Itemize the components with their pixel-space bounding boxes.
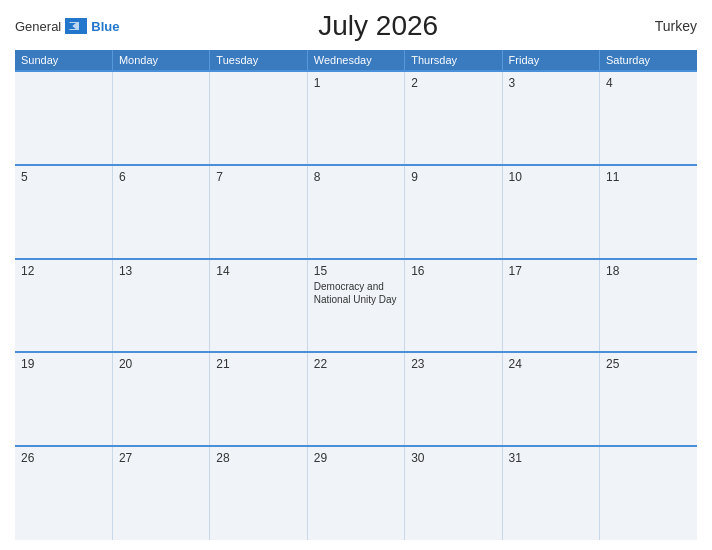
day-number: 16 [411, 264, 495, 278]
calendar-cell: 9 [405, 165, 502, 259]
calendar-cell: 21 [210, 352, 307, 446]
calendar-week-row: 262728293031 [15, 446, 697, 540]
weekday-header-saturday: Saturday [600, 50, 697, 71]
calendar-cell: 16 [405, 259, 502, 353]
calendar-cell: 31 [502, 446, 599, 540]
calendar-cell: 19 [15, 352, 112, 446]
day-number: 19 [21, 357, 106, 371]
calendar-cell: 5 [15, 165, 112, 259]
calendar-cell: 10 [502, 165, 599, 259]
day-number: 10 [509, 170, 593, 184]
day-number: 6 [119, 170, 203, 184]
calendar-week-row: 1234 [15, 71, 697, 165]
logo: General Blue [15, 18, 119, 34]
flag-icon [65, 18, 87, 34]
country-label: Turkey [637, 18, 697, 34]
calendar-cell: 12 [15, 259, 112, 353]
calendar-cell: 14 [210, 259, 307, 353]
calendar-title: July 2026 [119, 10, 637, 42]
calendar-cell: 13 [112, 259, 209, 353]
calendar-cell: 26 [15, 446, 112, 540]
weekday-header-monday: Monday [112, 50, 209, 71]
calendar-cell [600, 446, 697, 540]
weekday-header-row: SundayMondayTuesdayWednesdayThursdayFrid… [15, 50, 697, 71]
calendar-body: 123456789101112131415Democracy and Natio… [15, 71, 697, 540]
calendar-cell [15, 71, 112, 165]
calendar-cell: 24 [502, 352, 599, 446]
event-text: Democracy and National Unity Day [314, 281, 397, 305]
calendar-cell: 29 [307, 446, 404, 540]
calendar-cell: 11 [600, 165, 697, 259]
day-number: 1 [314, 76, 398, 90]
day-number: 25 [606, 357, 691, 371]
day-number: 7 [216, 170, 300, 184]
day-number: 9 [411, 170, 495, 184]
calendar-cell: 17 [502, 259, 599, 353]
day-number: 28 [216, 451, 300, 465]
day-number: 24 [509, 357, 593, 371]
weekday-header-tuesday: Tuesday [210, 50, 307, 71]
calendar-cell: 8 [307, 165, 404, 259]
calendar-cell: 7 [210, 165, 307, 259]
weekday-header-friday: Friday [502, 50, 599, 71]
weekday-header-thursday: Thursday [405, 50, 502, 71]
day-number: 29 [314, 451, 398, 465]
calendar-cell: 23 [405, 352, 502, 446]
calendar-week-row: 19202122232425 [15, 352, 697, 446]
day-number: 26 [21, 451, 106, 465]
calendar-cell: 6 [112, 165, 209, 259]
day-number: 27 [119, 451, 203, 465]
calendar-cell: 3 [502, 71, 599, 165]
day-number: 15 [314, 264, 398, 278]
page: General Blue July 2026 Turkey SundayMond… [0, 0, 712, 550]
day-number: 3 [509, 76, 593, 90]
day-number: 4 [606, 76, 691, 90]
day-number: 30 [411, 451, 495, 465]
day-number: 18 [606, 264, 691, 278]
day-number: 23 [411, 357, 495, 371]
calendar-cell: 18 [600, 259, 697, 353]
day-number: 12 [21, 264, 106, 278]
day-number: 11 [606, 170, 691, 184]
calendar-cell: 28 [210, 446, 307, 540]
calendar-cell: 1 [307, 71, 404, 165]
calendar-cell: 15Democracy and National Unity Day [307, 259, 404, 353]
day-number: 21 [216, 357, 300, 371]
calendar-cell: 27 [112, 446, 209, 540]
calendar-cell: 2 [405, 71, 502, 165]
day-number: 5 [21, 170, 106, 184]
day-number: 22 [314, 357, 398, 371]
calendar-week-row: 12131415Democracy and National Unity Day… [15, 259, 697, 353]
day-number: 17 [509, 264, 593, 278]
calendar-cell: 4 [600, 71, 697, 165]
day-number: 13 [119, 264, 203, 278]
logo-general-text: General [15, 19, 61, 34]
day-number: 31 [509, 451, 593, 465]
logo-blue-text: Blue [91, 19, 119, 34]
calendar-cell: 22 [307, 352, 404, 446]
calendar-cell: 20 [112, 352, 209, 446]
day-number: 2 [411, 76, 495, 90]
day-number: 8 [314, 170, 398, 184]
calendar-cell: 25 [600, 352, 697, 446]
calendar-table: SundayMondayTuesdayWednesdayThursdayFrid… [15, 50, 697, 540]
header: General Blue July 2026 Turkey [15, 10, 697, 42]
calendar-cell [210, 71, 307, 165]
calendar-cell: 30 [405, 446, 502, 540]
day-number: 20 [119, 357, 203, 371]
day-number: 14 [216, 264, 300, 278]
calendar-week-row: 567891011 [15, 165, 697, 259]
calendar-cell [112, 71, 209, 165]
weekday-header-wednesday: Wednesday [307, 50, 404, 71]
weekday-header-sunday: Sunday [15, 50, 112, 71]
